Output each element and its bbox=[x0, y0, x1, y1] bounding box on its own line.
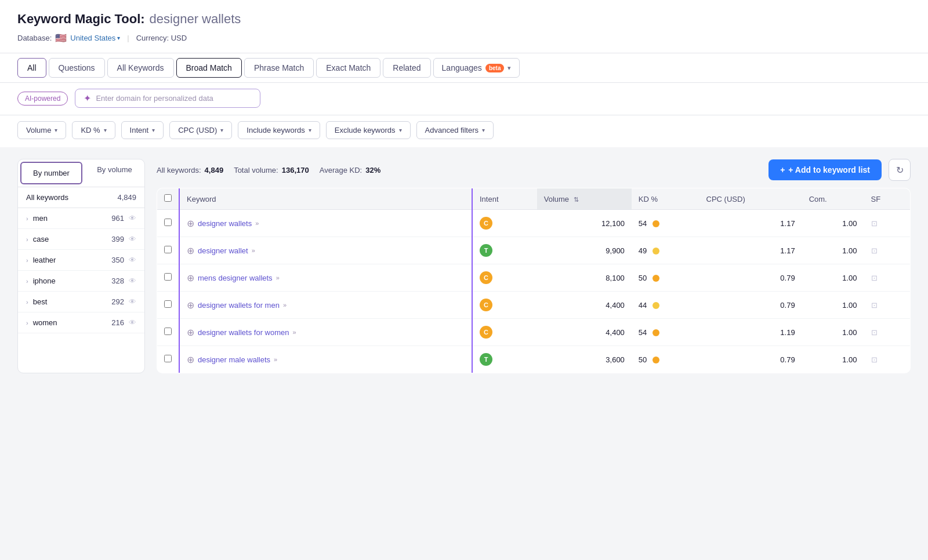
sidebar-toggle: By number By volume bbox=[18, 159, 144, 187]
advanced-label: Advanced filters bbox=[425, 126, 479, 134]
sidebar: By number By volume All keywords 4,849 ›… bbox=[17, 159, 145, 373]
intent-cell: C bbox=[472, 210, 537, 237]
table-stats: All keywords: 4,849 Total volume: 136,17… bbox=[157, 159, 911, 181]
filter-include[interactable]: Include keywords ▾ bbox=[238, 121, 320, 139]
tab-all-keywords[interactable]: All Keywords bbox=[107, 58, 174, 78]
keyword-link[interactable]: ⊕ mens designer wallets » bbox=[187, 272, 465, 283]
page: Keyword Magic Tool: designer wallets Dat… bbox=[0, 0, 928, 560]
tab-exact-match[interactable]: Exact Match bbox=[316, 58, 380, 78]
refresh-button[interactable]: ↻ bbox=[889, 159, 911, 181]
chevron-down-icon: ▾ bbox=[117, 35, 120, 41]
sidebar-all-keywords-count: 4,849 bbox=[117, 193, 136, 202]
keyword-cell: ⊕ designer male wallets » bbox=[179, 346, 472, 373]
kd-indicator bbox=[652, 248, 659, 254]
select-all-checkbox[interactable] bbox=[164, 194, 172, 202]
row-checkbox-cell[interactable] bbox=[157, 346, 180, 373]
tab-all[interactable]: All bbox=[17, 58, 46, 78]
sidebar-item-best[interactable]: › best 292 👁 bbox=[18, 292, 144, 312]
tab-phrase-match[interactable]: Phrase Match bbox=[244, 58, 314, 78]
row-checkbox[interactable] bbox=[164, 246, 172, 253]
table-row: ⊕ designer male wallets » T 3,600 50 0.7… bbox=[157, 346, 911, 373]
row-checkbox[interactable] bbox=[164, 328, 172, 335]
row-checkbox-cell[interactable] bbox=[157, 292, 180, 319]
all-keywords-value: 4,849 bbox=[205, 166, 224, 174]
chevron-right-icon: › bbox=[26, 257, 28, 264]
sidebar-item-women[interactable]: › women 216 👁 bbox=[18, 312, 144, 333]
chevron-down-icon: ▾ bbox=[482, 127, 485, 133]
header-volume[interactable]: Volume ⇅ bbox=[537, 188, 632, 210]
filter-advanced[interactable]: Advanced filters ▾ bbox=[416, 121, 494, 139]
row-checkbox-cell[interactable] bbox=[157, 264, 180, 292]
filter-intent[interactable]: Intent ▾ bbox=[121, 121, 164, 139]
keyword-link[interactable]: ⊕ designer wallets for women » bbox=[187, 327, 465, 338]
row-checkbox[interactable] bbox=[164, 273, 172, 281]
com-cell: 1.00 bbox=[802, 319, 864, 346]
table-area: All keywords: 4,849 Total volume: 136,17… bbox=[157, 159, 911, 373]
add-to-keyword-list-button[interactable]: + + Add to keyword list bbox=[768, 159, 882, 180]
keyword-link[interactable]: ⊕ designer wallets » bbox=[187, 218, 465, 229]
chevron-down-icon: ▾ bbox=[507, 64, 511, 72]
row-checkbox-cell[interactable] bbox=[157, 319, 180, 346]
chevron-right-icon: › bbox=[26, 299, 28, 306]
intent-cell: C bbox=[472, 319, 537, 346]
add-circle-icon: ⊕ bbox=[187, 272, 194, 283]
row-checkbox[interactable] bbox=[164, 219, 172, 226]
sf-icon: ⊡ bbox=[871, 328, 878, 337]
keyword-link[interactable]: ⊕ designer wallets for men » bbox=[187, 300, 465, 311]
tab-broad-match[interactable]: Broad Match bbox=[176, 58, 242, 78]
filter-cpc[interactable]: CPC (USD) ▾ bbox=[169, 121, 232, 139]
intent-badge: C bbox=[480, 326, 492, 339]
subtitle-row: Database: 🇺🇸 United States ▾ | Currency:… bbox=[17, 32, 911, 53]
volume-cell: 3,600 bbox=[537, 346, 632, 373]
database-value: United States bbox=[70, 34, 115, 42]
filters-row: Volume ▾ KD % ▾ Intent ▾ CPC (USD) ▾ Inc… bbox=[0, 115, 928, 147]
beta-badge: beta bbox=[485, 64, 505, 72]
table-row: ⊕ designer wallets for men » C 4,400 44 … bbox=[157, 292, 911, 319]
row-checkbox[interactable] bbox=[164, 355, 172, 362]
languages-label: Languages bbox=[442, 63, 482, 72]
keyword-cell: ⊕ designer wallets for women » bbox=[179, 319, 472, 346]
header-checkbox[interactable] bbox=[157, 188, 180, 210]
com-cell: 1.00 bbox=[802, 292, 864, 319]
row-checkbox[interactable] bbox=[164, 300, 172, 308]
kd-cell: 50 bbox=[632, 264, 699, 292]
row-checkbox-cell[interactable] bbox=[157, 237, 180, 264]
intent-cell: C bbox=[472, 264, 537, 292]
chevron-double-icon: » bbox=[255, 220, 259, 227]
filter-exclude[interactable]: Exclude keywords ▾ bbox=[326, 121, 411, 139]
filter-volume[interactable]: Volume ▾ bbox=[17, 121, 66, 139]
sort-icon: ⇅ bbox=[574, 196, 579, 203]
ai-input-wrap[interactable]: ✦ Enter domain for personalized data bbox=[75, 89, 260, 108]
filter-kd[interactable]: KD % ▾ bbox=[72, 121, 115, 139]
kd-indicator bbox=[652, 357, 659, 363]
currency-label: Currency: USD bbox=[136, 34, 187, 42]
sidebar-all-keywords-label: All keywords bbox=[26, 193, 68, 202]
sidebar-item-men[interactable]: › men 961 👁 bbox=[18, 208, 144, 229]
divider: | bbox=[127, 34, 129, 42]
kd-cell: 50 bbox=[632, 346, 699, 373]
eye-icon: 👁 bbox=[129, 235, 136, 243]
chevron-double-icon: » bbox=[274, 356, 277, 363]
keyword-link[interactable]: ⊕ designer wallet » bbox=[187, 245, 465, 256]
eye-icon: 👁 bbox=[129, 214, 136, 223]
sidebar-item-label: case bbox=[33, 235, 49, 243]
chevron-right-icon: › bbox=[26, 215, 28, 222]
toggle-by-number[interactable]: By number bbox=[20, 162, 82, 184]
database-link[interactable]: United States ▾ bbox=[70, 34, 120, 42]
tab-related[interactable]: Related bbox=[383, 58, 430, 78]
sidebar-header: All keywords 4,849 bbox=[18, 187, 144, 208]
intent-badge: T bbox=[480, 353, 492, 366]
sidebar-item-case[interactable]: › case 399 👁 bbox=[18, 229, 144, 250]
sf-cell: ⊡ bbox=[864, 292, 911, 319]
keyword-link[interactable]: ⊕ designer male wallets » bbox=[187, 354, 465, 365]
cpc-cell: 1.17 bbox=[699, 237, 802, 264]
tab-languages[interactable]: Languages beta ▾ bbox=[433, 58, 520, 78]
row-checkbox-cell[interactable] bbox=[157, 210, 180, 237]
sidebar-item-iphone[interactable]: › iphone 328 👁 bbox=[18, 271, 144, 292]
tab-questions[interactable]: Questions bbox=[49, 58, 105, 78]
toggle-by-volume[interactable]: By volume bbox=[85, 159, 144, 187]
kd-cell: 49 bbox=[632, 237, 699, 264]
chevron-down-icon: ▾ bbox=[399, 127, 402, 133]
keyword-text: designer male wallets bbox=[198, 355, 270, 364]
sidebar-item-leather[interactable]: › leather 350 👁 bbox=[18, 250, 144, 271]
